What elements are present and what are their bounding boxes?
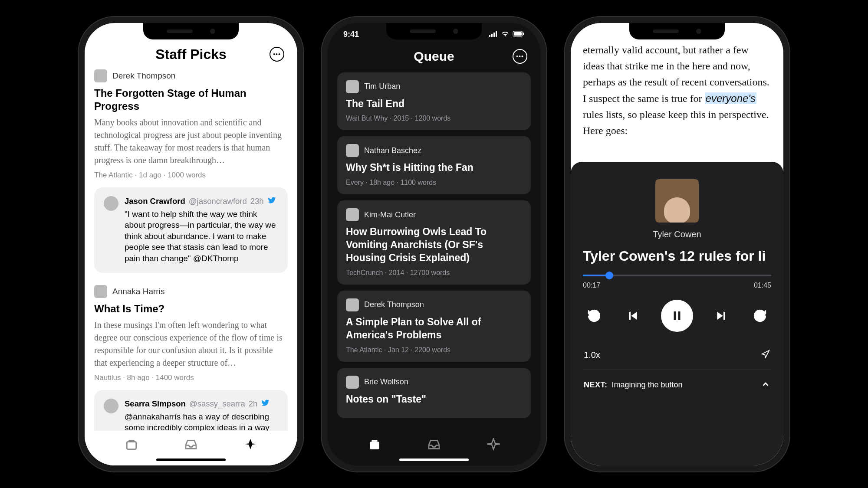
tweet-time: 23h	[250, 197, 264, 206]
tab-library[interactable]	[368, 438, 381, 453]
phone-player: eternally valid account, but rather a fe…	[571, 23, 783, 465]
author-avatar	[346, 80, 359, 93]
author-name: Derek Thompson	[112, 71, 175, 81]
tweet-avatar	[104, 399, 118, 413]
article-meta: Nautilus · 8h ago · 1400 words	[94, 373, 288, 382]
home-indicator[interactable]	[156, 459, 226, 461]
audio-player: Tyler Cowen Tyler Cowen's 12 rules for l…	[571, 162, 783, 465]
svg-rect-1	[489, 35, 490, 37]
battery-icon	[513, 30, 525, 39]
progress-bar[interactable]	[583, 275, 771, 276]
article-card[interactable]: Annaka Harris What Is Time? In these mus…	[94, 285, 288, 438]
wifi-icon	[501, 30, 510, 39]
tweet-time: 2h	[249, 399, 258, 409]
cellular-icon	[489, 30, 498, 39]
author-name: Kim-Mai Cutler	[364, 210, 416, 219]
queue-item[interactable]: Nathan Baschez Why Sh*t is Hitting the F…	[337, 136, 531, 194]
ellipsis-icon: •••	[273, 51, 281, 58]
tab-inbox[interactable]	[427, 438, 441, 453]
feed: Derek Thompson The Forgotten Stage of Hu…	[85, 69, 297, 438]
notch	[629, 23, 725, 39]
queue-item[interactable]: Brie Wolfson Notes on "Taste"	[337, 368, 531, 418]
share-icon[interactable]	[761, 349, 770, 361]
page-title: Staff Picks	[155, 46, 227, 62]
article-excerpt: Many books about innovation and scientif…	[94, 116, 288, 167]
svg-rect-0	[127, 442, 136, 449]
up-next-row[interactable]: NEXT:Imagining the button	[583, 370, 771, 400]
more-button[interactable]: •••	[513, 49, 527, 64]
svg-rect-10	[674, 311, 676, 320]
player-avatar	[655, 179, 699, 223]
author-avatar	[346, 144, 359, 157]
tab-inbox[interactable]	[184, 438, 198, 453]
svg-rect-3	[493, 33, 495, 37]
author-name: Annaka Harris	[112, 287, 164, 296]
next-label: NEXT:	[584, 380, 608, 389]
rewind-button[interactable]	[585, 306, 604, 325]
twitter-icon	[261, 399, 270, 409]
prev-track-button[interactable]	[623, 306, 642, 325]
time-total: 01:45	[754, 282, 771, 289]
ellipsis-icon: •••	[516, 53, 524, 60]
time-elapsed: 00:17	[583, 282, 600, 289]
tab-discover[interactable]	[243, 438, 257, 453]
page-title: Queue	[414, 49, 454, 64]
header: Queue •••	[328, 46, 540, 72]
author-avatar	[346, 376, 359, 389]
queue-item[interactable]: Derek Thompson A Simple Plan to Solve Al…	[337, 291, 531, 362]
queue-list: Tim Urban The Tail End Wait But Why · 20…	[328, 72, 540, 418]
phone-queue: 9:41 Queue ••• Tim Urban The Tail End Wa…	[328, 23, 540, 465]
playback-rate[interactable]: 1.0x	[584, 350, 600, 360]
article-card[interactable]: Derek Thompson The Forgotten Stage of Hu…	[94, 69, 288, 273]
tweet-author: Jason Crawford	[125, 197, 185, 206]
tweet-card[interactable]: Jason Crawford @jasoncrawford 23h "I wan…	[94, 187, 288, 273]
queue-item[interactable]: Kim-Mai Cutler How Burrowing Owls Lead T…	[337, 200, 531, 285]
next-title: Imagining the button	[612, 380, 683, 389]
article-title: A Simple Plan to Solve All of America's …	[346, 316, 522, 342]
player-controls	[583, 300, 771, 332]
more-button[interactable]: •••	[270, 47, 284, 62]
article-meta: The Atlantic · Jan 12 · 2200 words	[346, 346, 522, 354]
author-name: Derek Thompson	[364, 300, 424, 309]
author-name: Brie Wolfson	[364, 377, 408, 386]
tweet-author: Searra Simpson	[125, 399, 186, 409]
author-avatar	[94, 69, 107, 82]
svg-rect-4	[496, 31, 497, 37]
article-title: What Is Time?	[94, 302, 288, 315]
article-title: How Burrowing Owls Lead To Vomiting Anar…	[346, 226, 522, 265]
queue-item[interactable]: Tim Urban The Tail End Wait But Why · 20…	[337, 72, 531, 131]
progress-thumb[interactable]	[605, 272, 613, 279]
svg-rect-9	[372, 440, 378, 442]
forward-button[interactable]	[750, 306, 769, 325]
tab-discover[interactable]	[487, 438, 500, 453]
author-name: Tim Urban	[364, 82, 400, 91]
tweet-handle: @sassy_searra	[189, 399, 245, 409]
player-title: Tyler Cowen's 12 rules for li	[583, 248, 771, 264]
svg-rect-8	[370, 442, 379, 449]
author-avatar	[346, 208, 359, 221]
tab-library[interactable]	[125, 438, 138, 453]
article-meta: TechCrunch · 2014 · 12700 words	[346, 269, 522, 277]
twitter-icon	[267, 196, 276, 207]
reader-text[interactable]: eternally valid account, but rather a fe…	[571, 23, 783, 139]
article-excerpt: In these musings I'm often left wonderin…	[94, 319, 288, 369]
author-name: Nathan Baschez	[364, 146, 421, 155]
article-meta: The Atlantic · 1d ago · 1000 words	[94, 171, 288, 180]
article-meta: Wait But Why · 2015 · 1200 words	[346, 115, 522, 122]
pause-button[interactable]	[661, 300, 693, 332]
home-indicator[interactable]	[399, 459, 469, 461]
svg-rect-6	[514, 32, 522, 36]
header: Staff Picks •••	[85, 46, 297, 69]
author-avatar	[94, 285, 107, 298]
notch	[143, 23, 239, 39]
player-author: Tyler Cowen	[583, 229, 771, 239]
article-title: Why Sh*t is Hitting the Fan	[346, 161, 522, 174]
tweet-avatar	[104, 196, 118, 211]
article-title: Notes on "Taste"	[346, 393, 522, 406]
article-title: The Tail End	[346, 98, 522, 111]
next-track-button[interactable]	[712, 306, 731, 325]
chevron-up-icon	[761, 380, 770, 391]
status-time: 9:41	[343, 30, 359, 39]
phone-staff-picks: Staff Picks ••• Derek Thompson The Forgo…	[85, 23, 297, 465]
svg-rect-2	[491, 34, 493, 37]
